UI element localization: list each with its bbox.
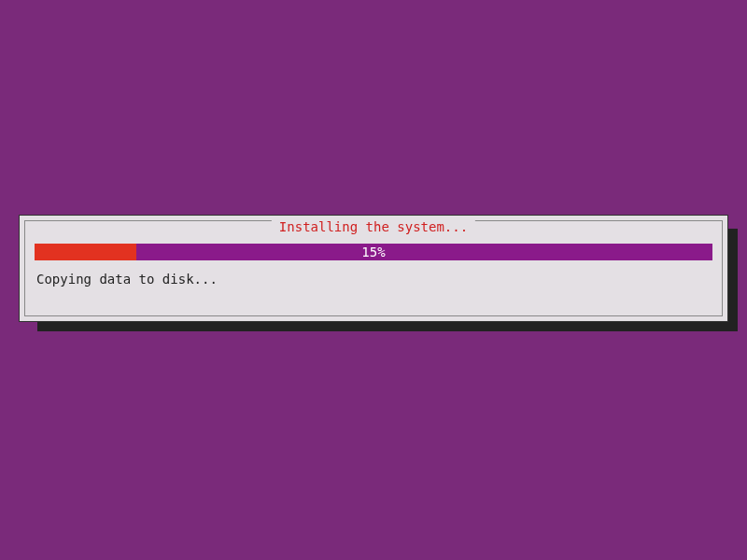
progress-label: 15%: [35, 244, 712, 260]
status-text: Copying data to disk...: [36, 272, 218, 287]
progress-bar: 15%: [35, 244, 712, 260]
dialog-title: Installing the system...: [272, 219, 475, 234]
dialog-frame: Installing the system... 15% Copying dat…: [24, 220, 723, 316]
installer-dialog: Installing the system... 15% Copying dat…: [19, 215, 728, 322]
